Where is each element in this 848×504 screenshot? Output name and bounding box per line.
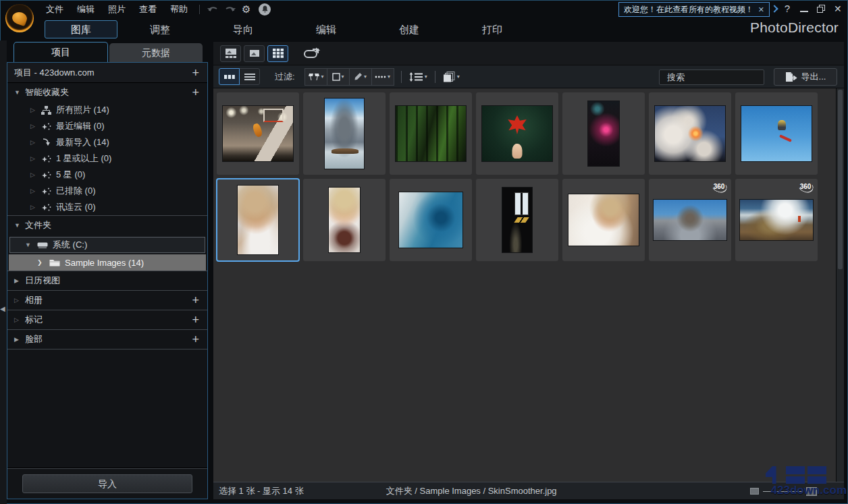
tree-item-drive-c[interactable]: ▼ 系统 (C:) — [9, 237, 205, 253]
help-button[interactable]: ? — [782, 3, 793, 14]
dots-icon — [375, 76, 386, 78]
add-album-icon[interactable]: + — [192, 294, 201, 306]
vertical-scrollbar[interactable] — [836, 88, 844, 482]
menu-file[interactable]: 文件 — [39, 0, 70, 19]
menu-view[interactable]: 查看 — [132, 0, 163, 19]
chevron-down-icon[interactable]: ▼ — [14, 222, 25, 229]
section-faces[interactable]: ▶ 脸部 + — [7, 329, 207, 349]
tree-item-latest-import[interactable]: ▷ 最新导入 (14) — [7, 134, 207, 150]
tree-item-five-star[interactable]: ▷ 5 星 (0) — [7, 167, 207, 183]
tree-item-sample-images-selected[interactable]: ❯ Sample Images (14) — [9, 254, 206, 271]
filter-edited-button[interactable]: ▾ — [349, 68, 372, 86]
sort-button[interactable]: ▾ — [409, 72, 427, 82]
filter-flags-button[interactable]: ▾ — [304, 68, 327, 86]
chevron-right-icon[interactable]: ▷ — [30, 107, 40, 113]
triangle-right-icon[interactable]: ▶ — [14, 336, 25, 343]
photo-thumbnail-skateboarder[interactable] — [735, 92, 818, 175]
export-label: 导出... — [801, 71, 826, 83]
section-tags[interactable]: ▷ 标记 + — [7, 310, 207, 329]
tab-edit[interactable]: 编辑 — [294, 20, 359, 39]
view-mode-viewer-button[interactable] — [244, 45, 265, 62]
photo-thumbnail-360-mountain[interactable]: 360 — [649, 179, 731, 261]
add-project-icon[interactable]: + — [192, 67, 201, 79]
menu-help[interactable]: 帮助 — [163, 0, 194, 19]
list-view-toggle[interactable] — [239, 68, 260, 85]
search-input[interactable] — [667, 72, 786, 82]
tab-create[interactable]: 创建 — [377, 20, 442, 39]
photo-thumbnail-forest[interactable] — [390, 92, 472, 175]
photo-thumbnail-neon-sign[interactable] — [562, 92, 645, 175]
view-mode-grid-button[interactable] — [267, 45, 288, 62]
add-smart-collection-icon[interactable]: + — [192, 86, 201, 99]
viewer-icon — [249, 49, 260, 57]
minimize-button[interactable] — [800, 11, 808, 12]
stack-button[interactable]: ▾ — [443, 72, 460, 82]
photo-thumbnail-360-canyon[interactable]: 360 — [735, 179, 818, 261]
import-button[interactable]: 导入 — [22, 474, 192, 493]
photo-thumbnail-window-light[interactable] — [476, 179, 558, 261]
tab-adjust[interactable]: 调整 — [128, 20, 192, 39]
chevron-right-icon[interactable]: ❯ — [37, 259, 48, 266]
photo-thumbnail-rocket[interactable] — [649, 92, 731, 175]
restore-button[interactable] — [817, 5, 825, 13]
chevron-right-icon[interactable]: ▷ — [30, 123, 40, 130]
sidebar-tab-project[interactable]: 项目 — [14, 42, 108, 62]
tree-item-rejected[interactable]: ▷ 已排除 (0) — [7, 183, 207, 199]
close-button[interactable]: ✕ — [834, 3, 842, 14]
photo-thumbnail-smiling-woman-selected[interactable] — [217, 179, 299, 261]
triangle-right-icon[interactable]: ▶ — [14, 277, 25, 284]
chevron-right-icon[interactable]: ▷ — [30, 171, 40, 178]
sidebar-tab-metadata[interactable]: 元数据 — [109, 43, 203, 62]
chevron-right-icon[interactable]: ▷ — [30, 155, 40, 162]
add-face-icon[interactable]: + — [192, 333, 201, 345]
thumbnail-size-slider[interactable] — [763, 491, 802, 492]
add-tag-icon[interactable]: + — [192, 314, 201, 326]
tree-item-label: 已排除 (0) — [56, 185, 96, 197]
photo-thumbnail-maple-leaf[interactable] — [476, 92, 558, 175]
redo-icon[interactable] — [223, 5, 236, 15]
section-albums[interactable]: ▷ 相册 + — [7, 290, 207, 310]
chevron-right-icon[interactable]: ▷ — [30, 188, 40, 194]
small-thumbnail-icon[interactable] — [750, 488, 759, 495]
photo-thumbnail-rock-boat[interactable] — [303, 92, 386, 175]
filter-more-button[interactable]: ▾ — [371, 68, 394, 86]
sidebar-collapse-strip[interactable]: ◀ — [0, 40, 7, 504]
photodirector-window: 文件 编辑 照片 查看 帮助 ⚙ 欢迎您！在此查看所有的教程视频！ ✕ ? ✕ … — [0, 0, 848, 504]
filter-rating-button[interactable]: ▾ — [327, 68, 350, 86]
view-mode-browser-viewer-button[interactable] — [220, 45, 241, 62]
photo-thumbnail-basketball[interactable] — [217, 92, 299, 175]
thumbnail-view-toggle[interactable] — [219, 68, 240, 85]
chevron-right-icon[interactable]: ▷ — [14, 316, 25, 323]
tab-library[interactable]: 图库 — [45, 20, 117, 38]
chevron-right-icon[interactable]: ▷ — [30, 139, 40, 146]
chevron-right-icon[interactable]: ▷ — [14, 297, 25, 304]
photo-thumbnail-laughing-woman[interactable] — [303, 179, 386, 261]
tree-item-cyberlink-cloud[interactable]: ▷ 讯连云 (0) — [7, 199, 207, 215]
section-calendar-view[interactable]: ▶ 日历视图 — [7, 271, 207, 290]
large-thumbnail-icon[interactable] — [806, 487, 817, 496]
menu-photo[interactable]: 照片 — [101, 0, 132, 19]
scrollbar-thumb[interactable] — [838, 90, 843, 269]
notification-bell-icon[interactable] — [259, 3, 271, 16]
menu-edit[interactable]: 编辑 — [70, 0, 101, 19]
photo-thumbnail-ocean-wave[interactable] — [390, 179, 472, 261]
search-box[interactable]: ✕ — [659, 69, 764, 85]
chevron-right-icon[interactable]: ▷ — [30, 204, 40, 211]
tree-item-one-star-up[interactable]: ▷ 1 星或以上 (0) — [7, 150, 207, 167]
settings-gear-icon[interactable]: ⚙ — [242, 3, 250, 16]
tree-item-recently-edited[interactable]: ▷ 最近编辑 (0) — [7, 118, 207, 134]
chevron-down-icon[interactable]: ▼ — [25, 242, 36, 248]
undo-icon[interactable] — [207, 5, 220, 15]
tab-print[interactable]: 打印 — [460, 20, 525, 39]
export-button[interactable]: 导出... — [774, 68, 837, 86]
welcome-tooltip-close-icon[interactable]: ✕ — [758, 5, 764, 14]
section-folders[interactable]: ▼ 文件夹 — [7, 215, 207, 235]
chevron-down-icon[interactable]: ▼ — [14, 89, 25, 96]
tab-guided[interactable]: 导向 — [211, 20, 275, 39]
photo-thumbnail-woman-leaning[interactable] — [562, 179, 645, 261]
secondary-display-button[interactable] — [303, 47, 321, 59]
collapse-sidebar-icon[interactable]: ◀ — [0, 305, 5, 312]
tree-item-all-photos[interactable]: ▷ 所有照片 (14) — [7, 102, 207, 118]
smart-collection-row[interactable]: ▼ 智能收藏夹 + — [7, 83, 207, 102]
photo-image — [324, 98, 365, 169]
